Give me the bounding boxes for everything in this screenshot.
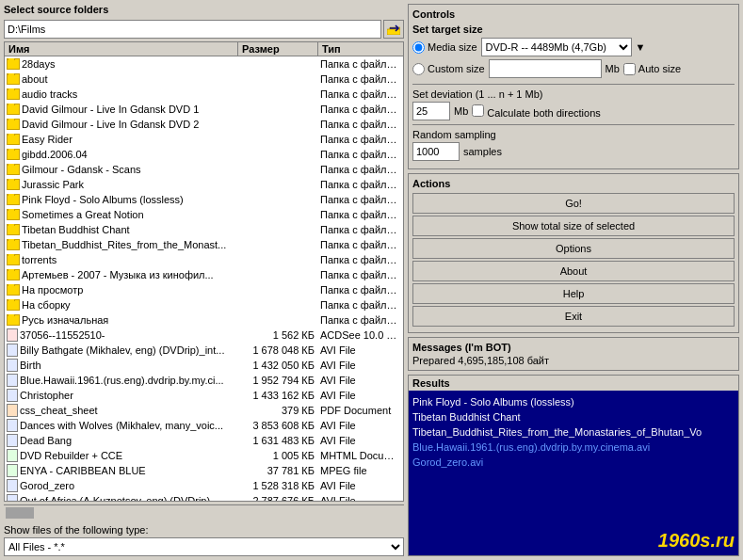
calc-both-checkbox[interactable] — [472, 104, 484, 117]
file-name: Gorod_zero — [20, 480, 74, 491]
table-row[interactable]: Birth1 432 050 КБAVI File — [5, 358, 403, 373]
file-icon — [7, 494, 18, 501]
table-row[interactable]: 28daysПапка с файлами — [5, 56, 403, 72]
table-row[interactable]: На сборкуПапка с файлами — [5, 297, 403, 312]
table-row[interactable]: torrentsПапка с файлами — [5, 252, 403, 267]
table-row[interactable]: На просмотрПапка с файлами — [5, 282, 403, 297]
table-row[interactable]: Tibetan_Buddhist_Rites_from_the_Monast..… — [5, 237, 403, 252]
file-size: 3 853 608 КБ — [238, 420, 318, 431]
custom-size-radio-label[interactable]: Custom size — [412, 63, 485, 75]
table-row[interactable]: Артемьев - 2007 - Музыка из кинофил...Па… — [5, 267, 403, 282]
file-size: 1 433 162 КБ — [238, 390, 318, 401]
messages-box: Messages (I'm BOT) Prepared 4,695,185,10… — [408, 337, 739, 371]
sampling-input[interactable] — [412, 142, 460, 161]
file-type: AVI File — [318, 375, 403, 386]
file-name: ENYA - CARIBBEAN BLUE — [20, 465, 146, 476]
table-row[interactable]: Dances with Wolves (Mikhalev, many_voic.… — [5, 418, 403, 433]
table-row[interactable]: Gilmour - Gdansk - ScansПапка с файлами — [5, 162, 403, 177]
media-select[interactable]: DVD-R -- 4489Mb (4,7Gb) — [481, 38, 632, 56]
about-button[interactable]: About — [412, 261, 735, 281]
table-row[interactable]: Blue.Hawaii.1961.(rus.eng).dvdrip.by.my.… — [5, 373, 403, 388]
right-panel: Controls Set target size Media size DVD-… — [408, 4, 739, 556]
file-name: css_cheat_sheet — [20, 405, 98, 416]
file-name: Out of Africa (A.Kuznetsov, eng) (DVDrip… — [20, 495, 218, 501]
result-line[interactable]: Blue.Hawaii.1961.(rus.eng).dvdrip.by.my.… — [412, 440, 735, 455]
file-size: 1 678 048 КБ — [238, 344, 318, 356]
scroll-thumb[interactable] — [6, 507, 34, 519]
file-name: torrents — [22, 254, 57, 265]
help-button[interactable]: Help — [412, 283, 735, 304]
file-type: Папка с файлами — [318, 164, 403, 175]
table-row[interactable]: Easy RiderПапка с файлами — [5, 132, 403, 147]
file-name: Dead Bang — [20, 435, 72, 446]
file-name: 37056--11552510- — [20, 329, 105, 341]
autosize-checkbox[interactable] — [623, 63, 636, 75]
file-type: Папка с файлами — [318, 58, 403, 70]
table-row[interactable]: David Gilmour - Live In Gdansk DVD 2Папк… — [5, 117, 403, 132]
table-row[interactable]: Русь изначальнаяПапка с файлами — [5, 312, 403, 328]
table-row[interactable]: Dead Bang1 631 483 КБAVI File — [5, 433, 403, 448]
file-name: Christopher — [20, 390, 73, 401]
calc-both-label[interactable]: Calculate both directions — [472, 104, 601, 119]
media-size-radio-label[interactable]: Media size — [412, 41, 477, 54]
table-row[interactable]: DVD Rebuilder + CCE1 005 КБMHTML Documen… — [5, 448, 403, 463]
filter-label: Show files of the following type: — [4, 524, 404, 536]
path-input[interactable] — [4, 20, 381, 39]
result-line[interactable]: Gorod_zero.avi — [412, 455, 735, 470]
file-name: Jurassic Park — [22, 179, 84, 190]
table-row[interactable]: Sometimes a Great NotionПапка с файлами — [5, 207, 403, 222]
browse-button[interactable] — [383, 20, 404, 39]
horizontal-scrollbar[interactable] — [4, 504, 404, 520]
table-row[interactable]: gibdd.2006.04Папка с файлами — [5, 147, 403, 162]
table-row[interactable]: Christopher1 433 162 КБAVI File — [5, 388, 403, 403]
table-row[interactable]: ENYA - CARIBBEAN BLUE37 781 КБMPEG file — [5, 463, 403, 478]
folder-icon — [7, 224, 20, 235]
options-button[interactable]: Options — [412, 238, 735, 259]
custom-size-input[interactable] — [489, 59, 602, 78]
folder-icon — [7, 194, 20, 205]
custom-size-radio[interactable] — [412, 63, 425, 75]
file-icon — [7, 404, 18, 417]
table-row[interactable]: Billy Bathgate (Mikhalev, eng) (DVDrip)_… — [5, 343, 403, 358]
folder-icon — [7, 314, 20, 326]
table-row[interactable]: 37056--11552510-1 562 КБACDSee 10.0 JPE — [5, 328, 403, 343]
exit-button[interactable]: Exit — [412, 306, 735, 327]
results-box: Results Pink Floyd - Solo Albums (lossle… — [408, 375, 739, 556]
table-row[interactable]: Out of Africa (A.Kuznetsov, eng) (DVDrip… — [5, 493, 403, 501]
media-size-radio[interactable] — [412, 41, 425, 54]
sampling-row: samples — [412, 142, 735, 161]
file-name: Артемьев - 2007 - Музыка из кинофил... — [22, 269, 214, 280]
messages-title: Messages (I'm BOT) — [412, 342, 735, 353]
file-name: Easy Rider — [22, 134, 73, 145]
file-icon — [7, 434, 18, 447]
folder-icon — [7, 179, 20, 190]
table-row[interactable]: Jurassic ParkПапка с файлами — [5, 177, 403, 192]
autosize-label[interactable]: Auto size — [623, 63, 681, 75]
file-name: Blue.Hawaii.1961.(rus.eng).dvdrip.by.my.… — [20, 375, 224, 386]
file-name: Pink Floyd - Solo Albums (lossless) — [22, 194, 184, 205]
sampling-section: Random sampling samples — [412, 129, 735, 161]
table-row[interactable]: Tibetan Buddhist ChantПапка с файлами — [5, 222, 403, 237]
file-type: Папка с файлами — [318, 254, 403, 265]
table-row[interactable]: aboutПапка с файлами — [5, 72, 403, 87]
filter-section: Show files of the following type: All Fi… — [4, 524, 404, 556]
file-icon — [7, 344, 18, 357]
file-size: 379 КБ — [238, 405, 318, 416]
file-name: audio tracks — [22, 88, 77, 100]
file-icon — [7, 449, 18, 462]
result-line: Tibetan Buddhist Chant — [412, 409, 735, 424]
file-icon — [7, 389, 18, 402]
table-row[interactable]: Pink Floyd - Solo Albums (lossless)Папка… — [5, 192, 403, 207]
table-row[interactable]: Gorod_zero1 528 318 КБAVI File — [5, 478, 403, 493]
table-row[interactable]: David Gilmour - Live In Gdansk DVD 1Папк… — [5, 102, 403, 117]
table-row[interactable]: css_cheat_sheet379 КБPDF Document — [5, 403, 403, 418]
folder-icon — [7, 119, 20, 130]
file-name: Tibetan_Buddhist_Rites_from_the_Monast..… — [22, 239, 226, 250]
filter-select[interactable]: All Files - *.* — [4, 537, 404, 556]
mb-label: Mb — [606, 63, 620, 74]
table-row[interactable]: audio tracksПапка с файлами — [5, 87, 403, 102]
deviation-input[interactable] — [412, 102, 450, 120]
show-total-button[interactable]: Show total size of selected — [412, 216, 735, 236]
go-button[interactable]: Go! — [412, 193, 735, 214]
file-table-body[interactable]: 28daysПапка с файламиaboutПапка с файлам… — [5, 56, 403, 501]
